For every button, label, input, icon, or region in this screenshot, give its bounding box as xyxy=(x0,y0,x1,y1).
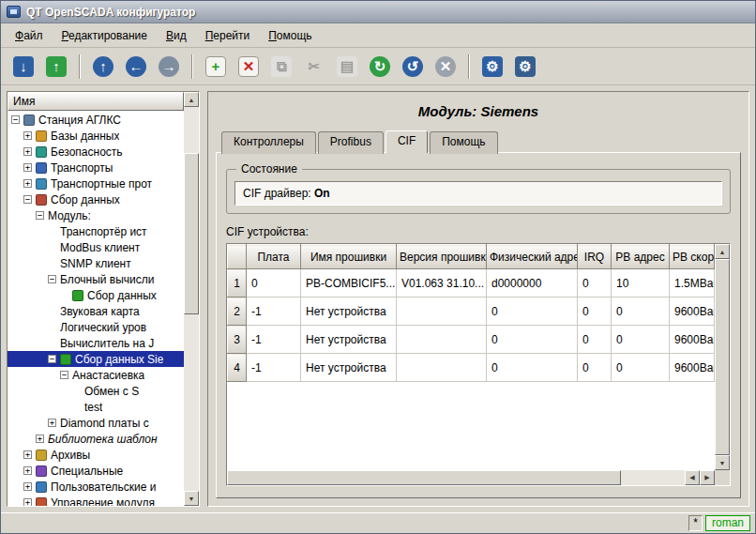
table-cell[interactable]: 0 xyxy=(612,326,670,354)
scroll-left-icon[interactable]: ◀ xyxy=(685,470,700,485)
back-button[interactable]: ← xyxy=(121,52,151,82)
tree-item[interactable]: Обмен с S xyxy=(8,383,184,399)
table-cell[interactable]: 0 xyxy=(578,269,612,298)
load-from-db-button[interactable]: ↓ xyxy=(8,52,38,82)
tab-profibus[interactable]: Profibus xyxy=(318,131,384,154)
tree-item[interactable]: test xyxy=(8,399,184,415)
expand-icon[interactable]: + xyxy=(23,482,32,491)
expand-icon[interactable]: + xyxy=(23,450,32,459)
stop-button[interactable]: ✕ xyxy=(431,52,461,82)
add-item-button[interactable]: + xyxy=(201,52,231,82)
tree-item[interactable]: +Пользовательские и xyxy=(8,479,184,495)
tree-item[interactable]: +Библиотека шаблон xyxy=(8,431,184,447)
table-cell[interactable]: V01.063 31.10... xyxy=(397,269,487,298)
collapse-icon[interactable]: − xyxy=(48,275,56,283)
expand-icon[interactable]: + xyxy=(48,419,56,427)
table-hscroll-track[interactable] xyxy=(227,470,685,485)
scroll-up-icon[interactable]: ▲ xyxy=(184,92,199,107)
collapse-icon[interactable]: − xyxy=(36,211,44,220)
table-cell[interactable]: Нет устройства xyxy=(301,326,397,354)
tree-item[interactable]: SNMP клиент xyxy=(8,255,184,271)
table-cell[interactable]: 9600Baud xyxy=(670,354,715,382)
table-vscroll-thumb[interactable] xyxy=(715,259,730,455)
delete-item-button[interactable]: ✕ xyxy=(234,52,264,82)
table-cell[interactable]: Нет устройства xyxy=(301,298,397,326)
column-header[interactable]: Версия прошивки xyxy=(397,245,487,269)
expand-icon[interactable]: + xyxy=(23,131,32,140)
row-header[interactable]: 4 xyxy=(228,354,247,382)
tree-item[interactable]: +Транспорты xyxy=(8,160,184,175)
copy-item-button[interactable]: ⧉ xyxy=(266,52,296,82)
up-button[interactable]: ↑ xyxy=(88,52,118,82)
expand-icon[interactable]: + xyxy=(23,147,32,156)
menu-go[interactable]: Перейти xyxy=(197,26,259,45)
tree-item[interactable]: Вычислитель на J xyxy=(8,335,184,351)
table-cell[interactable]: 0 xyxy=(612,298,670,326)
table-cell[interactable]: 0 xyxy=(487,298,578,326)
table-cell[interactable]: 0 xyxy=(612,354,670,382)
menu-file[interactable]: Файл xyxy=(7,26,52,45)
collapse-icon[interactable]: − xyxy=(11,115,20,124)
table-cell[interactable]: -1 xyxy=(247,298,301,326)
table-hscrollbar[interactable]: ◀ ▶ xyxy=(227,470,715,485)
tree-column-header[interactable]: Имя xyxy=(8,92,184,111)
table-hscroll-thumb[interactable] xyxy=(227,470,621,485)
start-button[interactable]: ↺ xyxy=(398,52,428,82)
table-cell[interactable]: 9600Baud xyxy=(670,298,715,326)
table-vscroll-track[interactable] xyxy=(715,259,730,455)
table-cell[interactable] xyxy=(397,354,487,382)
paste-item-button[interactable]: ▤ xyxy=(332,52,362,82)
expand-icon[interactable]: + xyxy=(36,435,44,443)
tree-item[interactable]: Звуковая карта xyxy=(8,303,184,319)
expand-icon[interactable]: + xyxy=(23,179,32,188)
table-cell[interactable]: 0 xyxy=(578,298,612,326)
tree-item[interactable]: +Базы данных xyxy=(8,128,184,144)
table-cell[interactable]: 0 xyxy=(578,354,612,382)
collapse-icon[interactable]: − xyxy=(23,195,32,204)
tree-item[interactable]: −Станция АГЛКС xyxy=(8,112,184,128)
refresh-button[interactable]: ↻ xyxy=(365,52,395,82)
tab-cif[interactable]: CIF xyxy=(386,130,428,153)
row-header[interactable]: 1 xyxy=(228,269,247,298)
tree-item[interactable]: −Сбор данных Sie xyxy=(8,351,184,367)
column-header[interactable]: PB скорость xyxy=(670,245,715,269)
tree-item[interactable]: Сбор данных xyxy=(8,287,184,303)
scroll-right-icon[interactable]: ▶ xyxy=(700,470,715,485)
forward-button[interactable]: → xyxy=(154,52,184,82)
column-header[interactable]: Плата xyxy=(247,245,301,269)
table-cell[interactable]: 10 xyxy=(612,269,670,298)
table-cell[interactable]: 0 xyxy=(578,326,612,354)
column-header[interactable]: PB адрес xyxy=(612,245,670,269)
expand-icon[interactable]: + xyxy=(23,163,32,172)
tree-item[interactable]: −Сбор данных xyxy=(8,191,184,207)
column-header[interactable] xyxy=(228,245,247,269)
save-to-db-button[interactable]: ↑ xyxy=(41,52,71,82)
tree-item[interactable]: +Diamond платы с xyxy=(8,415,184,431)
tree-item[interactable]: −Анастасиевка xyxy=(8,367,184,383)
tree-item[interactable]: ModBus клиент xyxy=(8,239,184,255)
menu-help[interactable]: Помощь xyxy=(260,26,320,45)
tree-item[interactable]: −Модуль: xyxy=(8,207,184,223)
row-header[interactable]: 3 xyxy=(228,326,247,354)
expand-icon[interactable]: + xyxy=(23,466,32,475)
tab-help[interactable]: Помощь xyxy=(430,131,497,154)
table-cell[interactable]: Нет устройства xyxy=(301,354,397,382)
column-header[interactable]: Имя прошивки xyxy=(301,245,397,269)
menu-edit[interactable]: Редактирование xyxy=(53,26,156,45)
table-cell[interactable]: 1.5MBaud xyxy=(670,269,715,298)
tree-scrollbar[interactable]: ▲ ▼ xyxy=(184,92,199,506)
tree-item[interactable]: Транспортёр ист xyxy=(8,223,184,239)
tree-scroll-thumb[interactable] xyxy=(184,153,199,314)
collapse-icon[interactable]: − xyxy=(48,355,56,363)
scroll-up-icon[interactable]: ▲ xyxy=(715,244,730,259)
table-cell[interactable]: 0 xyxy=(247,269,301,298)
table-cell[interactable]: 0 xyxy=(487,354,578,382)
collapse-icon[interactable]: − xyxy=(60,371,68,379)
column-header[interactable]: IRQ xyxy=(578,245,612,269)
table-cell[interactable]: -1 xyxy=(247,326,301,354)
tree-item[interactable]: −Блочный вычисли xyxy=(8,271,184,287)
remote-config-button[interactable]: ⚙ xyxy=(510,52,540,82)
table-cell[interactable]: 9600Baud xyxy=(670,326,715,354)
table-cell[interactable] xyxy=(397,298,487,326)
tree-item[interactable]: +Архивы xyxy=(8,447,184,463)
